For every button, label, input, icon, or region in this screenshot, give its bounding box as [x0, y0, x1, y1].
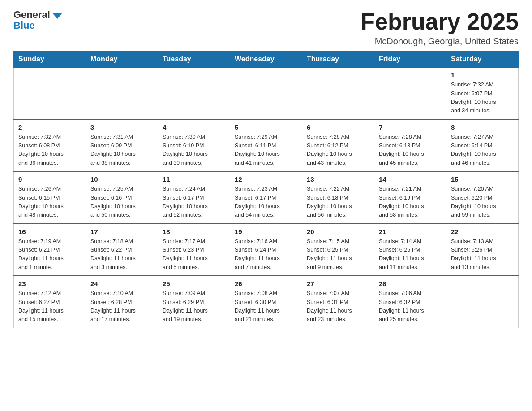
- day-number: 18: [163, 228, 225, 235]
- calendar-cell: [302, 67, 374, 120]
- calendar-cell: 3Sunrise: 7:31 AM Sunset: 6:09 PM Daylig…: [86, 120, 158, 172]
- day-info: Sunrise: 7:19 AM Sunset: 6:21 PM Dayligh…: [18, 237, 81, 272]
- day-number: 17: [90, 228, 153, 235]
- day-number: 24: [90, 280, 153, 287]
- month-title: February 2025: [360, 9, 519, 34]
- day-number: 1: [451, 71, 514, 79]
- weekday-header-tuesday: Tuesday: [158, 51, 230, 68]
- day-info: Sunrise: 7:28 AM Sunset: 6:12 PM Dayligh…: [307, 133, 369, 168]
- calendar-cell: 13Sunrise: 7:22 AM Sunset: 6:18 PM Dayli…: [302, 171, 374, 224]
- calendar-cell: 15Sunrise: 7:20 AM Sunset: 6:20 PM Dayli…: [446, 171, 519, 224]
- calendar-cell: 16Sunrise: 7:19 AM Sunset: 6:21 PM Dayli…: [14, 224, 86, 276]
- logo: General Blue: [13, 9, 63, 31]
- day-info: Sunrise: 7:15 AM Sunset: 6:25 PM Dayligh…: [307, 237, 369, 272]
- calendar-week-row-1: 1Sunrise: 7:32 AM Sunset: 6:07 PM Daylig…: [14, 67, 519, 120]
- day-info: Sunrise: 7:12 AM Sunset: 6:27 PM Dayligh…: [18, 289, 81, 324]
- day-info: Sunrise: 7:27 AM Sunset: 6:14 PM Dayligh…: [451, 133, 514, 168]
- calendar-cell: 28Sunrise: 7:06 AM Sunset: 6:32 PM Dayli…: [374, 276, 446, 328]
- day-number: 2: [18, 124, 81, 131]
- day-info: Sunrise: 7:29 AM Sunset: 6:11 PM Dayligh…: [235, 133, 297, 168]
- calendar-table: SundayMondayTuesdayWednesdayThursdayFrid…: [13, 51, 519, 328]
- calendar-cell: [158, 67, 230, 120]
- day-info: Sunrise: 7:18 AM Sunset: 6:22 PM Dayligh…: [90, 237, 153, 272]
- day-info: Sunrise: 7:23 AM Sunset: 6:17 PM Dayligh…: [235, 185, 297, 220]
- day-info: Sunrise: 7:20 AM Sunset: 6:20 PM Dayligh…: [451, 185, 514, 220]
- day-number: 22: [451, 228, 514, 235]
- day-number: 19: [235, 228, 297, 235]
- day-info: Sunrise: 7:22 AM Sunset: 6:18 PM Dayligh…: [307, 185, 369, 220]
- day-number: 16: [18, 228, 81, 235]
- weekday-header-row: SundayMondayTuesdayWednesdayThursdayFrid…: [14, 51, 519, 68]
- day-number: 26: [235, 280, 297, 287]
- day-number: 28: [379, 280, 442, 287]
- day-number: 8: [451, 124, 514, 131]
- weekday-header-monday: Monday: [86, 51, 158, 68]
- location-text: McDonough, Georgia, United States: [360, 36, 519, 47]
- weekday-header-thursday: Thursday: [302, 51, 374, 68]
- day-info: Sunrise: 7:07 AM Sunset: 6:31 PM Dayligh…: [307, 289, 369, 324]
- calendar-cell: 10Sunrise: 7:25 AM Sunset: 6:16 PM Dayli…: [86, 171, 158, 224]
- weekday-header-sunday: Sunday: [14, 51, 86, 68]
- logo-blue-text: Blue: [13, 20, 35, 31]
- calendar-cell: 8Sunrise: 7:27 AM Sunset: 6:14 PM Daylig…: [446, 120, 519, 172]
- calendar-cell: 14Sunrise: 7:21 AM Sunset: 6:19 PM Dayli…: [374, 171, 446, 224]
- logo-general-text: General: [13, 9, 50, 21]
- day-number: 7: [379, 124, 442, 131]
- calendar-week-row-2: 2Sunrise: 7:32 AM Sunset: 6:08 PM Daylig…: [14, 120, 519, 172]
- day-info: Sunrise: 7:31 AM Sunset: 6:09 PM Dayligh…: [90, 133, 153, 168]
- day-info: Sunrise: 7:32 AM Sunset: 6:07 PM Dayligh…: [451, 81, 514, 116]
- title-section: February 2025 McDonough, Georgia, United…: [360, 9, 519, 47]
- page-header: General Blue February 2025 McDonough, Ge…: [13, 9, 519, 47]
- day-info: Sunrise: 7:09 AM Sunset: 6:29 PM Dayligh…: [163, 289, 225, 324]
- calendar-cell: [230, 67, 302, 120]
- day-info: Sunrise: 7:28 AM Sunset: 6:13 PM Dayligh…: [379, 133, 442, 168]
- logo-arrow-icon: [52, 13, 63, 19]
- day-number: 27: [307, 280, 369, 287]
- day-info: Sunrise: 7:13 AM Sunset: 6:26 PM Dayligh…: [451, 237, 514, 272]
- calendar-cell: [446, 276, 519, 328]
- calendar-cell: 20Sunrise: 7:15 AM Sunset: 6:25 PM Dayli…: [302, 224, 374, 276]
- calendar-cell: 26Sunrise: 7:08 AM Sunset: 6:30 PM Dayli…: [230, 276, 302, 328]
- calendar-cell: 12Sunrise: 7:23 AM Sunset: 6:17 PM Dayli…: [230, 171, 302, 224]
- day-info: Sunrise: 7:16 AM Sunset: 6:24 PM Dayligh…: [235, 237, 297, 272]
- day-info: Sunrise: 7:10 AM Sunset: 6:28 PM Dayligh…: [90, 289, 153, 324]
- calendar-cell: 4Sunrise: 7:30 AM Sunset: 6:10 PM Daylig…: [158, 120, 230, 172]
- calendar-week-row-4: 16Sunrise: 7:19 AM Sunset: 6:21 PM Dayli…: [14, 224, 519, 276]
- calendar-cell: 11Sunrise: 7:24 AM Sunset: 6:17 PM Dayli…: [158, 171, 230, 224]
- day-number: 10: [90, 176, 153, 183]
- weekday-header-wednesday: Wednesday: [230, 51, 302, 68]
- day-info: Sunrise: 7:14 AM Sunset: 6:26 PM Dayligh…: [379, 237, 442, 272]
- calendar-cell: 19Sunrise: 7:16 AM Sunset: 6:24 PM Dayli…: [230, 224, 302, 276]
- day-number: 14: [379, 176, 442, 183]
- day-number: 11: [163, 176, 225, 183]
- day-info: Sunrise: 7:25 AM Sunset: 6:16 PM Dayligh…: [90, 185, 153, 220]
- calendar-cell: 22Sunrise: 7:13 AM Sunset: 6:26 PM Dayli…: [446, 224, 519, 276]
- day-info: Sunrise: 7:32 AM Sunset: 6:08 PM Dayligh…: [18, 133, 81, 168]
- day-info: Sunrise: 7:30 AM Sunset: 6:10 PM Dayligh…: [163, 133, 225, 168]
- day-number: 23: [18, 280, 81, 287]
- calendar-cell: 24Sunrise: 7:10 AM Sunset: 6:28 PM Dayli…: [86, 276, 158, 328]
- day-number: 25: [163, 280, 225, 287]
- day-number: 12: [235, 176, 297, 183]
- day-info: Sunrise: 7:17 AM Sunset: 6:23 PM Dayligh…: [163, 237, 225, 272]
- calendar-week-row-3: 9Sunrise: 7:26 AM Sunset: 6:15 PM Daylig…: [14, 171, 519, 224]
- calendar-cell: 27Sunrise: 7:07 AM Sunset: 6:31 PM Dayli…: [302, 276, 374, 328]
- day-number: 9: [18, 176, 81, 183]
- calendar-cell: 7Sunrise: 7:28 AM Sunset: 6:13 PM Daylig…: [374, 120, 446, 172]
- day-info: Sunrise: 7:26 AM Sunset: 6:15 PM Dayligh…: [18, 185, 81, 220]
- calendar-cell: 23Sunrise: 7:12 AM Sunset: 6:27 PM Dayli…: [14, 276, 86, 328]
- calendar-cell: 17Sunrise: 7:18 AM Sunset: 6:22 PM Dayli…: [86, 224, 158, 276]
- day-number: 20: [307, 228, 369, 235]
- day-number: 15: [451, 176, 514, 183]
- calendar-cell: 2Sunrise: 7:32 AM Sunset: 6:08 PM Daylig…: [14, 120, 86, 172]
- day-number: 4: [163, 124, 225, 131]
- calendar-cell: 5Sunrise: 7:29 AM Sunset: 6:11 PM Daylig…: [230, 120, 302, 172]
- day-number: 6: [307, 124, 369, 131]
- calendar-cell: 18Sunrise: 7:17 AM Sunset: 6:23 PM Dayli…: [158, 224, 230, 276]
- day-number: 5: [235, 124, 297, 131]
- day-info: Sunrise: 7:06 AM Sunset: 6:32 PM Dayligh…: [379, 289, 442, 324]
- day-info: Sunrise: 7:08 AM Sunset: 6:30 PM Dayligh…: [235, 289, 297, 324]
- weekday-header-saturday: Saturday: [446, 51, 519, 68]
- calendar-cell: 21Sunrise: 7:14 AM Sunset: 6:26 PM Dayli…: [374, 224, 446, 276]
- calendar-cell: [14, 67, 86, 120]
